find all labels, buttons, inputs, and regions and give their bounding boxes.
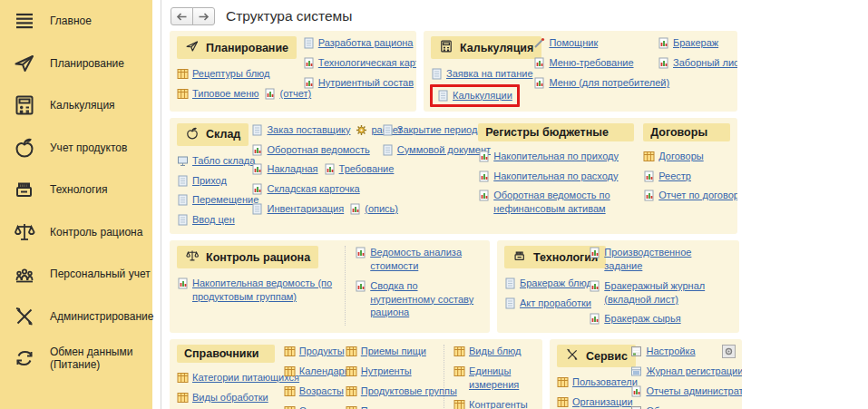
sidebar-item-tehnologiya[interactable]: Технология bbox=[0, 169, 152, 211]
menu-link[interactable]: Пользователи bbox=[572, 375, 638, 389]
gear-frame-icon[interactable] bbox=[722, 345, 736, 358]
link-row: Помощник bbox=[533, 36, 649, 50]
menu-link[interactable]: Сезоны bbox=[299, 404, 335, 409]
menu-link[interactable]: Нутриентный состав bbox=[318, 76, 414, 90]
document-icon bbox=[177, 175, 189, 187]
menu-link[interactable]: Меню (для потребителей) bbox=[549, 76, 669, 90]
sidebar-item-uchet-produktov[interactable]: Учет продуктов bbox=[0, 127, 152, 170]
table-icon bbox=[177, 68, 189, 80]
menu-link[interactable]: Закрытие периода bbox=[397, 123, 483, 137]
link-row: Сезоны bbox=[284, 404, 336, 409]
menu-link[interactable]: Продукты bbox=[299, 345, 345, 358]
menu-link[interactable]: Организации bbox=[572, 395, 633, 409]
report-icon bbox=[478, 151, 490, 162]
menu-link[interactable]: Накопительная ведомость (по продуктовым … bbox=[192, 277, 336, 304]
menu-link[interactable]: Ввод цен bbox=[192, 213, 235, 227]
link-row: Отчет по договорам bbox=[643, 189, 730, 202]
sidebar-item-glavnoe[interactable]: Главное bbox=[0, 0, 152, 43]
link-row: Инвентаризация(опись) bbox=[251, 202, 372, 216]
menu-link[interactable]: Табло склада bbox=[192, 154, 255, 168]
link-row: Табло склада bbox=[177, 154, 242, 168]
menu-link[interactable]: Инвентаризация bbox=[267, 202, 344, 216]
report-icon bbox=[533, 57, 545, 69]
menu-link[interactable]: Приемы пищи bbox=[361, 345, 426, 358]
menu-link[interactable]: Бракераж блюд bbox=[520, 277, 592, 290]
menu-link[interactable]: Календарь bbox=[299, 365, 350, 378]
link-item: Нутриентный состав bbox=[303, 76, 414, 90]
table-icon bbox=[346, 346, 357, 357]
report-icon bbox=[324, 163, 336, 175]
menu-link[interactable]: Нутриенты bbox=[361, 365, 412, 378]
menu-link[interactable]: Обслуживание bbox=[646, 404, 715, 409]
menu-link[interactable]: Бракераж сырья bbox=[604, 312, 680, 326]
menu-link[interactable]: Подразделения bbox=[361, 404, 434, 409]
menu-link[interactable]: Помощник bbox=[549, 36, 598, 50]
link-item: Возрасты bbox=[284, 385, 344, 398]
menu-link[interactable]: Рецептуры блюд bbox=[192, 67, 270, 81]
menu-link[interactable]: Заявка на питание bbox=[446, 67, 533, 81]
menu-link[interactable]: Накопительная по расходу bbox=[493, 170, 618, 183]
menu-link[interactable]: Накладная bbox=[267, 162, 317, 176]
menu-link[interactable]: Продуктовые группы bbox=[361, 385, 457, 398]
link-item: Обслуживание bbox=[630, 404, 715, 409]
link-row: Заказ поставщикурасчет bbox=[251, 123, 372, 137]
menu-link[interactable]: Реестр bbox=[658, 170, 691, 183]
menu-link[interactable]: Технологическая карта bbox=[318, 56, 416, 70]
table-icon bbox=[557, 396, 569, 408]
panel-column: Контроль рационаНакопительная ведомость … bbox=[177, 246, 336, 326]
panel-column: Заказ поставщикурасчетОборотная ведомост… bbox=[251, 123, 372, 227]
section-header-planirovanie: Планирование bbox=[177, 36, 297, 59]
menu-link[interactable]: Накопительная по приходу bbox=[493, 150, 619, 163]
menu-link[interactable]: Типовое меню bbox=[192, 87, 258, 101]
menu-link[interactable]: Бракеражный журнал (вкладной лист) bbox=[604, 279, 732, 307]
document-icon bbox=[504, 297, 516, 309]
menu-link[interactable]: Единицы измерения bbox=[469, 365, 535, 392]
menu-link[interactable]: Настройка bbox=[646, 345, 695, 358]
menu-link[interactable]: Калькуляции bbox=[453, 89, 512, 102]
report-icon bbox=[643, 190, 655, 201]
link-item: Бракераж bbox=[658, 36, 718, 50]
menu-link[interactable]: Возрасты bbox=[299, 385, 344, 398]
menu-link[interactable]: Заборный лист bbox=[673, 56, 737, 70]
paper-plane-icon bbox=[185, 39, 200, 56]
menu-link[interactable]: Разработка рациона bbox=[318, 36, 414, 50]
panel-sklad: СкладТабло складаПриходПеремещениеВвод ц… bbox=[170, 118, 737, 234]
menu-link[interactable]: Виды обработки bbox=[192, 391, 268, 404]
wand-icon bbox=[533, 37, 545, 49]
sidebar-item-label: Персональный учет bbox=[50, 268, 151, 280]
link-item: Бракеражный журнал (вкладной лист) bbox=[589, 279, 732, 307]
sidebar-item-personalnyy-uchet[interactable]: Персональный учет bbox=[0, 253, 152, 296]
menu-link[interactable]: Сводка по нутриентному составу рациона bbox=[370, 279, 483, 320]
forward-button[interactable] bbox=[192, 7, 215, 25]
section-header-label: Регистры бюджетные bbox=[485, 126, 609, 139]
menu-link[interactable]: Меню-требование bbox=[549, 56, 633, 70]
menu-link[interactable]: Складская карточка bbox=[267, 182, 359, 196]
menu-link[interactable]: Контрагенты bbox=[469, 398, 528, 409]
menu-link[interactable]: Производственное задание bbox=[604, 246, 732, 273]
menu-link[interactable]: Заказ поставщику bbox=[267, 123, 350, 137]
link-row: Ведомость анализа стоимости bbox=[355, 246, 483, 273]
menu-link[interactable]: Бракераж bbox=[673, 36, 718, 50]
sidebar-item-kalkulyaciya[interactable]: Калькуляция bbox=[0, 84, 152, 127]
menu-link[interactable]: Акт проработки bbox=[520, 297, 591, 310]
menu-link[interactable]: Ведомость анализа стоимости bbox=[370, 246, 483, 273]
sidebar-item-kontrol-raciona[interactable]: Контроль рациона bbox=[0, 211, 152, 254]
menu-link[interactable]: Оборотная ведомость bbox=[267, 143, 369, 157]
menu-link[interactable]: Виды блюд bbox=[469, 345, 522, 358]
menu-link[interactable]: Отчет по договорам bbox=[658, 189, 737, 202]
sidebar-item-obmen-dannymi[interactable]: Обмен данными (Питание) bbox=[0, 337, 152, 380]
sidebar-item-administrirovanie[interactable]: Администрирование bbox=[0, 296, 152, 338]
report-icon bbox=[630, 385, 642, 397]
menu-link[interactable]: Оборотная ведомость по нефинансовым акти… bbox=[493, 189, 634, 216]
menu-link[interactable]: Перемещение bbox=[192, 193, 258, 207]
table-icon bbox=[177, 392, 189, 404]
menu-link[interactable]: Журнал регистрации bbox=[646, 365, 742, 378]
menu-link[interactable]: Приход bbox=[192, 174, 227, 188]
menu-link[interactable]: Отчеты администратора bbox=[646, 385, 742, 398]
back-button[interactable] bbox=[171, 7, 193, 25]
link-row: Разработка рациона bbox=[303, 36, 409, 50]
menu-link[interactable]: Суммовой документ bbox=[397, 143, 491, 157]
menu-link[interactable]: Договоры bbox=[658, 150, 703, 163]
panel-kontrol-raciona: Контроль рационаНакопительная ведомость … bbox=[170, 240, 490, 333]
sidebar-item-planirovanie[interactable]: Планирование bbox=[0, 43, 152, 85]
